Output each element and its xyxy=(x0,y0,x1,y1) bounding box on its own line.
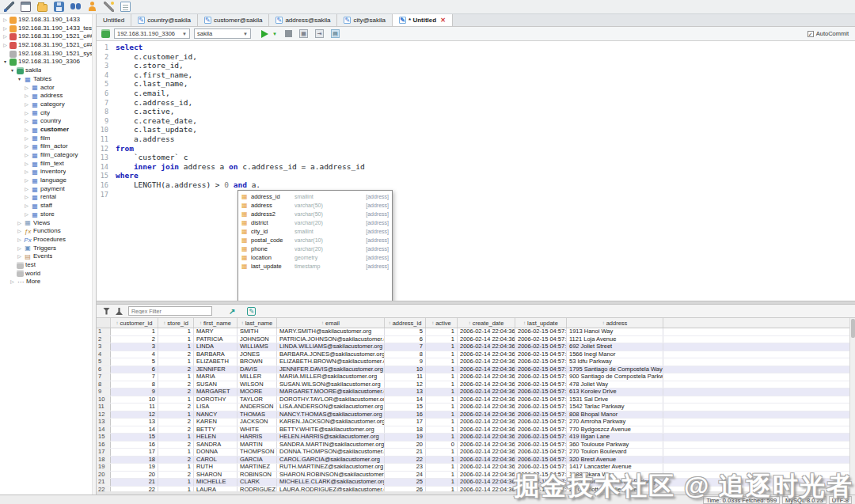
cell-active[interactable]: 1 xyxy=(426,381,458,388)
tree-item-192-168-31-190-1521-sys[interactable]: 192.168.31.190_1521_sys xyxy=(0,50,96,59)
cell-create-date[interactable]: 2006-02-14 22:04:36 xyxy=(458,411,515,419)
cell-last-name[interactable]: JOHNSON xyxy=(238,336,277,343)
cell-address[interactable]: 270 Amroha Parkway xyxy=(567,419,663,426)
cell-customer-id[interactable]: 20 xyxy=(111,472,158,479)
cell-last-name[interactable]: MILLER xyxy=(238,373,277,381)
tab-country-sakila[interactable]: ✎country@sakila xyxy=(131,14,198,26)
cell-address[interactable]: 1121 Loja Avenue xyxy=(567,336,663,343)
cell-active[interactable]: 1 xyxy=(426,411,458,419)
cell-store-id[interactable]: 1 xyxy=(158,464,194,471)
expand-arrow-icon[interactable]: ▷ xyxy=(24,160,29,169)
cell-first-name[interactable]: SUSAN xyxy=(194,381,238,388)
row-number[interactable]: 19 xyxy=(97,464,111,471)
row-number[interactable]: 15 xyxy=(97,434,111,441)
cell-active[interactable]: 1 xyxy=(426,464,458,471)
expand-arrow-icon[interactable]: ▷ xyxy=(24,176,29,185)
cell-store-id[interactable]: 2 xyxy=(158,351,194,358)
cell-customer-id[interactable]: 11 xyxy=(111,404,158,411)
autocomplete-item-district[interactable]: ▦districtvarchar(20)[address] xyxy=(238,218,392,227)
cell-address[interactable]: 1417 Lancaster Avenue xyxy=(567,464,663,471)
expand-arrow-icon[interactable]: ▷ xyxy=(24,135,29,143)
cell-address-id[interactable]: 13 xyxy=(385,388,426,396)
cell-last-name[interactable]: SMITH xyxy=(238,328,277,335)
cell-email[interactable]: HELEN.HARRIS@sakilacustomer.org xyxy=(277,434,385,441)
cell-create-date[interactable]: 2006-02-14 22:04:36 xyxy=(458,388,515,396)
cell-email[interactable]: SUSAN.WILSON@sakilacustomer.org xyxy=(277,381,385,388)
results-horizontal-scrollbar[interactable] xyxy=(97,491,849,495)
cell-last-update[interactable]: 2006-02-15 04:57:20 xyxy=(515,396,567,404)
cell-email[interactable]: RUTH.MARTINEZ@sakilacustomer.org xyxy=(277,464,385,471)
collapse-arrow-icon[interactable]: ▾ xyxy=(10,66,15,75)
cell-customer-id[interactable]: 16 xyxy=(111,441,158,449)
cell-address-id[interactable]: 5 xyxy=(385,328,426,335)
cell-last-update[interactable]: 2006-02-15 04:57:20 xyxy=(515,373,567,381)
column-header-last-update[interactable]: ↕last_update xyxy=(515,318,567,328)
cell-last-name[interactable]: CLARK xyxy=(238,479,277,486)
expand-arrow-icon[interactable]: ▷ xyxy=(24,84,29,93)
column-header-active[interactable]: ↕active xyxy=(426,318,458,328)
tree-item-sakila[interactable]: ▾sakila xyxy=(0,66,96,75)
expand-arrow-icon[interactable]: ▷ xyxy=(24,117,29,126)
tree-item-payment[interactable]: ▷▦payment xyxy=(0,185,96,194)
expand-arrow-icon[interactable]: ▷ xyxy=(17,252,22,261)
cell-store-id[interactable]: 1 xyxy=(158,434,194,441)
row-number[interactable]: 8 xyxy=(97,381,111,388)
row-number[interactable]: 11 xyxy=(97,404,111,411)
cell-store-id[interactable]: 1 xyxy=(158,396,194,404)
cell-store-id[interactable]: 2 xyxy=(158,419,194,426)
save-icon[interactable] xyxy=(54,2,64,12)
cell-first-name[interactable]: KAREN xyxy=(194,419,238,426)
cell-active[interactable]: 1 xyxy=(426,358,458,366)
cell-customer-id[interactable]: 5 xyxy=(111,358,158,366)
tree-item-country[interactable]: ▷▦country xyxy=(0,117,96,126)
autocomplete-item-city-id[interactable]: ▦city_idsmallint[address] xyxy=(238,227,392,236)
run-options-chevron-icon[interactable]: ▼ xyxy=(272,32,277,36)
cell-store-id[interactable]: 1 xyxy=(158,373,194,381)
cell-first-name[interactable]: MARIA xyxy=(194,373,238,381)
cell-active[interactable]: 1 xyxy=(426,426,458,434)
row-number[interactable]: 12 xyxy=(97,411,111,419)
cell-last-name[interactable]: WILLIAMS xyxy=(238,343,277,351)
cell-first-name[interactable]: LISA xyxy=(194,404,238,411)
cell-customer-id[interactable]: 19 xyxy=(111,464,158,471)
cell-last-update[interactable]: 2006-02-15 04:57:20 xyxy=(515,351,567,358)
row-number[interactable]: 16 xyxy=(97,441,111,449)
cell-first-name[interactable]: MARGARET xyxy=(194,388,238,396)
cell-last-name[interactable]: BROWN xyxy=(238,358,277,366)
cell-first-name[interactable]: RUTH xyxy=(194,464,238,471)
cell-last-name[interactable]: JONES xyxy=(238,351,277,358)
cell-address-id[interactable]: 8 xyxy=(385,351,426,358)
cell-store-id[interactable]: 2 xyxy=(158,404,194,411)
tree-item-192-168-31-190-1433[interactable]: ▷192.168.31.190_1433 xyxy=(0,16,96,25)
cell-first-name[interactable]: PATRICIA xyxy=(194,336,238,343)
tree-item-triggers[interactable]: ▷▣Triggers xyxy=(0,244,96,253)
cell-address-id[interactable]: 14 xyxy=(385,396,426,404)
row-number[interactable]: 18 xyxy=(97,457,111,464)
cell-first-name[interactable]: SHARON xyxy=(194,472,238,479)
cell-customer-id[interactable]: 6 xyxy=(111,366,158,373)
cell-create-date[interactable]: 2006-02-14 22:04:36 xyxy=(458,366,515,373)
cell-active[interactable]: 1 xyxy=(426,328,458,335)
cell-email[interactable]: MARIA.MILLER@sakilacustomer.org xyxy=(277,373,385,381)
autocomplete-item-address2[interactable]: ▦address2varchar(50)[address] xyxy=(238,210,392,218)
tree-item-procedures[interactable]: ▷PxProcedures xyxy=(0,236,96,244)
expand-arrow-icon[interactable]: ▷ xyxy=(24,109,29,118)
cell-active[interactable]: 1 xyxy=(426,351,458,358)
column-header-address[interactable]: ↕address xyxy=(567,318,663,328)
cell-first-name[interactable]: ELIZABETH xyxy=(194,358,238,366)
tree-item-film[interactable]: ▷▦film xyxy=(0,135,96,143)
expand-arrow-icon[interactable]: ▷ xyxy=(2,16,8,25)
database-select[interactable]: sakila ▼ xyxy=(194,28,251,39)
tree-item-actor[interactable]: ▷▦actor xyxy=(0,84,96,93)
cell-last-name[interactable]: HARRIS xyxy=(238,434,277,441)
tree-item-192-168-31-190-1521-c-test2[interactable]: ▷192.168.31.190_1521_c##test2 xyxy=(0,41,96,50)
autocomplete-item-address[interactable]: ▦addressvarchar(50)[address] xyxy=(238,201,392,210)
expand-arrow-icon[interactable]: ▷ xyxy=(24,210,29,219)
autocomplete-item-location[interactable]: ▦locationgeometry[address] xyxy=(238,253,392,262)
column-header-customer-id[interactable]: ↕customer_id xyxy=(111,318,158,328)
cell-last-update[interactable]: 2006-02-15 04:57:20 xyxy=(515,328,567,335)
cell-customer-id[interactable]: 9 xyxy=(111,388,158,396)
cell-address-id[interactable]: 15 xyxy=(385,404,426,411)
cell-create-date[interactable]: 2006-02-14 22:04:36 xyxy=(458,441,515,449)
row-number[interactable]: 6 xyxy=(97,366,111,373)
